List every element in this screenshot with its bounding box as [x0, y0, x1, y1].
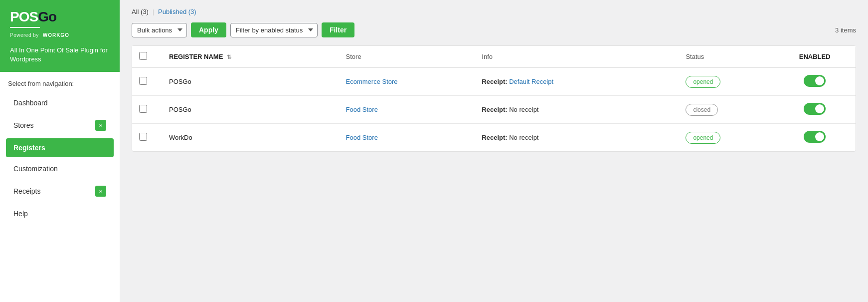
row3-status: opened	[679, 124, 774, 152]
header-store: Store	[339, 46, 475, 68]
sidebar-item-label-registers: Registers	[13, 144, 45, 152]
header-name-label: REGISTER NAME	[169, 53, 223, 60]
row2-info: Receipt: No receipt	[475, 96, 679, 124]
main-content: All (3) | Published (3) Bulk actions App…	[120, 0, 868, 302]
row3-info: Receipt: No receipt	[475, 124, 679, 152]
row3-checkbox-cell	[132, 124, 162, 152]
row3-enabled-cell	[774, 124, 856, 152]
powered-by: Powered by WORKGO	[10, 31, 110, 39]
sidebar-item-dashboard[interactable]: Dashboard	[6, 93, 114, 112]
row2-checkbox-cell	[132, 96, 162, 124]
row3-checkbox[interactable]	[139, 133, 147, 141]
logo-area: POSGo Powered by WORKGO	[0, 0, 120, 46]
header-info: Info	[475, 46, 679, 68]
header-name[interactable]: REGISTER NAME ⇅	[162, 46, 339, 68]
registers-table-container: REGISTER NAME ⇅ Store Info Status ENABLE…	[132, 45, 856, 152]
row2-info-label: Receipt:	[482, 106, 507, 113]
sidebar-item-label-help: Help	[13, 210, 28, 218]
table-row: POSGo Ecommerce Store Receipt: Default R…	[132, 68, 856, 96]
sidebar-tagline: All In One Point Of Sale Plugin for Word…	[0, 46, 120, 72]
logo: POSGo	[10, 9, 110, 25]
row1-status: opened	[679, 68, 774, 96]
table-row: WorkDo Food Store Receipt: No receipt op…	[132, 124, 856, 152]
row3-status-badge: opened	[686, 132, 720, 144]
filter-button[interactable]: Filter	[322, 22, 354, 37]
row2-toggle[interactable]	[804, 103, 826, 115]
logo-pos: POS	[10, 9, 38, 25]
workgo-text: WORKGO	[43, 32, 69, 38]
header-status: Status	[679, 46, 774, 68]
bulk-actions-select[interactable]: Bulk actions	[132, 23, 187, 37]
toolbar: Bulk actions Apply Filter by enabled sta…	[132, 22, 856, 37]
sort-icon: ⇅	[227, 54, 231, 60]
table-row: POSGo Food Store Receipt: No receipt clo…	[132, 96, 856, 124]
row1-enabled-cell	[774, 68, 856, 96]
sidebar-item-help[interactable]: Help	[6, 204, 114, 223]
sidebar-item-label-receipts: Receipts	[13, 187, 40, 195]
sidebar-item-registers[interactable]: Registers	[6, 138, 114, 157]
chevron-right-icon-receipts: »	[95, 186, 106, 197]
sidebar-item-customization[interactable]: Customization	[6, 159, 114, 178]
sidebar-item-label-dashboard: Dashboard	[13, 99, 48, 107]
filter-status-select[interactable]: Filter by enabled status	[230, 23, 318, 37]
sidebar-item-receipts[interactable]: Receipts »	[6, 180, 114, 202]
row3-name: WorkDo	[162, 124, 339, 152]
row1-info-value: Default Receipt	[509, 78, 553, 85]
logo-divider	[10, 27, 40, 28]
row1-info-label: Receipt:	[482, 78, 507, 85]
logo-go: Go	[38, 9, 56, 25]
header-checkbox-col	[132, 46, 162, 68]
row3-toggle[interactable]	[804, 131, 826, 143]
sidebar: POSGo Powered by WORKGO All In One Point…	[0, 0, 120, 302]
row2-name: POSGo	[162, 96, 339, 124]
row1-info: Receipt: Default Receipt	[475, 68, 679, 96]
header-enabled: ENABLED	[774, 46, 856, 68]
tab-all[interactable]: All (3)	[132, 8, 149, 15]
powered-by-text: Powered by	[10, 32, 39, 38]
sidebar-item-label-stores: Stores	[13, 121, 33, 129]
row2-enabled-cell	[774, 96, 856, 124]
items-count: 3 items	[835, 26, 856, 34]
row2-toggle-slider	[804, 103, 826, 115]
select-all-checkbox[interactable]	[139, 52, 147, 60]
tabs-bar: All (3) | Published (3)	[132, 8, 856, 15]
tab-separator: |	[153, 8, 154, 15]
row1-checkbox-cell	[132, 68, 162, 96]
row1-status-badge: opened	[686, 76, 720, 88]
row2-status-badge: closed	[686, 104, 718, 116]
row2-status: closed	[679, 96, 774, 124]
registers-table: REGISTER NAME ⇅ Store Info Status ENABLE…	[132, 46, 856, 151]
tab-published[interactable]: Published (3)	[158, 8, 196, 15]
row2-store: Food Store	[339, 96, 475, 124]
sidebar-nav: Select from navigation: Dashboard Stores…	[0, 72, 120, 302]
row3-info-value: No receipt	[509, 134, 538, 141]
row1-store: Ecommerce Store	[339, 68, 475, 96]
apply-button[interactable]: Apply	[191, 22, 226, 37]
row1-toggle-slider	[804, 75, 826, 87]
row2-info-value: No receipt	[509, 106, 538, 113]
sidebar-item-stores[interactable]: Stores »	[6, 114, 114, 136]
row3-info-label: Receipt:	[482, 134, 507, 141]
sidebar-item-label-customization: Customization	[13, 165, 58, 173]
table-header-row: REGISTER NAME ⇅ Store Info Status ENABLE…	[132, 46, 856, 68]
row1-toggle[interactable]	[804, 75, 826, 87]
row1-name: POSGo	[162, 68, 339, 96]
row1-checkbox[interactable]	[139, 77, 147, 85]
nav-label: Select from navigation:	[6, 80, 114, 87]
row3-store: Food Store	[339, 124, 475, 152]
row3-toggle-slider	[804, 131, 826, 143]
row2-checkbox[interactable]	[139, 105, 147, 113]
chevron-right-icon: »	[95, 120, 106, 131]
